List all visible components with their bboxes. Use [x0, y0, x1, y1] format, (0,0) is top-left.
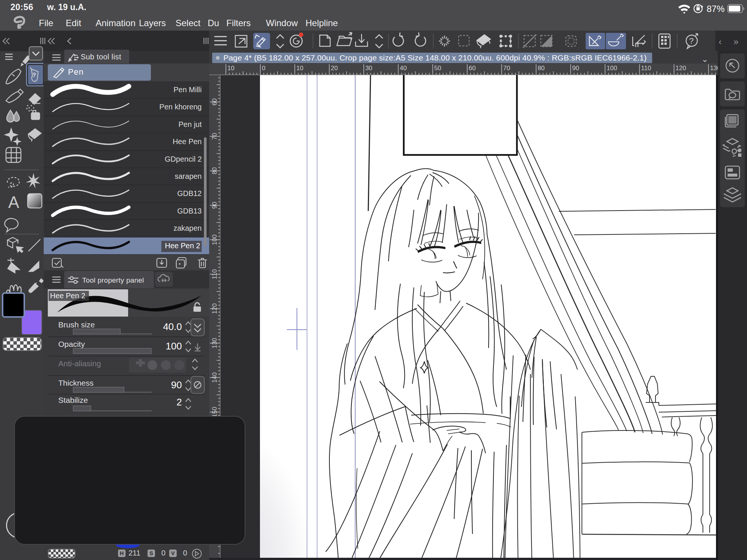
svg-text:?: ? [689, 36, 694, 46]
svg-text:A: A [8, 193, 19, 211]
